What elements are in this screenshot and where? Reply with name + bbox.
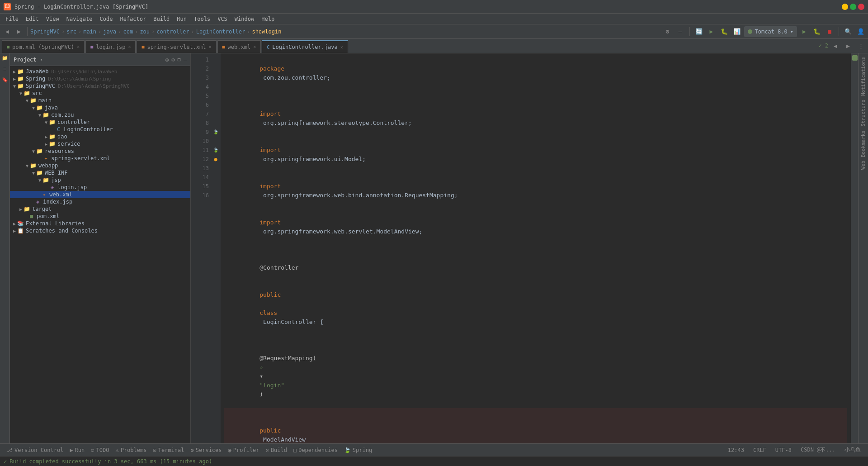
status-todo[interactable]: ☑ TODO <box>88 445 112 455</box>
menu-edit[interactable]: Edit <box>22 15 42 23</box>
tab-close-login-controller[interactable]: × <box>340 45 343 50</box>
tree-pom-xml[interactable]: ■ pom.xml <box>10 213 190 220</box>
panel-structure[interactable]: Structure <box>860 100 866 127</box>
tree-resources[interactable]: ▼ 📁 resources <box>10 147 190 155</box>
panel-notifications[interactable]: Notifications <box>860 57 866 96</box>
toolbar-back[interactable]: ◀ <box>2 26 13 37</box>
tab-spring-servlet[interactable]: ■ spring-servlet.xml × <box>137 40 216 53</box>
error-indicator-ok[interactable] <box>852 55 858 61</box>
tree-scratches[interactable]: ▶ 📋 Scratches and Consoles <box>10 227 190 234</box>
menu-file[interactable]: File <box>2 15 22 23</box>
status-encoding[interactable]: UTF-8 <box>772 447 795 453</box>
menu-vcs[interactable]: VCS <box>214 15 231 23</box>
menu-navigate[interactable]: Navigate <box>63 15 96 23</box>
panel-web[interactable]: Web <box>860 161 866 170</box>
tree-index-jsp[interactable]: ◈ index.jsp <box>10 198 190 205</box>
left-strip-bookmark[interactable]: 🔖 <box>1 77 9 84</box>
tab-login-jsp[interactable]: ■ login.jsp × <box>85 40 136 53</box>
tab-close-pom[interactable]: × <box>77 44 80 49</box>
tree-src[interactable]: ▼ 📁 src <box>10 90 190 97</box>
toolbar-forward[interactable]: ▶ <box>14 26 24 37</box>
tab-web-xml[interactable]: ■ web.xml × <box>217 40 261 53</box>
tree-service[interactable]: ▶ 📁 service <box>10 140 190 147</box>
menu-tools[interactable]: Tools <box>190 15 214 23</box>
toolbar-collapse[interactable]: — <box>675 26 686 37</box>
code-editor[interactable]: package com.zou.controller; import org.s… <box>221 53 851 443</box>
tab-pom-xml[interactable]: ■ pom.xml (SpringMVC) × <box>2 40 85 53</box>
breadcrumb-showlogin[interactable]: showlogin <box>252 29 281 35</box>
panel-bookmarks[interactable]: Bookmarks <box>860 130 866 157</box>
tab-close-login[interactable]: × <box>128 44 131 49</box>
toolbar-search[interactable]: 🔍 <box>843 26 854 37</box>
close-button[interactable] <box>858 4 864 10</box>
status-crlf[interactable]: CRLF <box>750 447 770 453</box>
menu-build[interactable]: Build <box>150 15 173 23</box>
tree-java[interactable]: ▼ 📁 java <box>10 104 190 111</box>
status-profiler[interactable]: ◉ Profiler <box>226 445 262 455</box>
tree-com-zou[interactable]: ▼ 📁 com.zou <box>10 111 190 119</box>
status-line-col[interactable]: 12:43 <box>724 447 748 453</box>
maximize-button[interactable] <box>850 4 856 10</box>
breadcrumb-main[interactable]: main <box>83 29 96 35</box>
minimize-button[interactable] <box>842 4 848 10</box>
status-problems[interactable]: ⚠ Problems <box>113 445 149 455</box>
tab-close-web-xml[interactable]: × <box>253 44 256 49</box>
tree-webapp[interactable]: ▼ 📁 webapp <box>10 162 190 169</box>
tree-web-xml[interactable]: ✦ web.xml <box>10 191 190 198</box>
tree-webinf[interactable]: ▼ 📁 WEB-INF <box>10 169 190 176</box>
status-build[interactable]: ⚒ Build <box>263 445 290 455</box>
tree-dao[interactable]: ▶ 📁 dao <box>10 133 190 140</box>
left-strip-structure[interactable]: ≡ <box>1 66 9 73</box>
menu-help[interactable]: Help <box>258 15 278 23</box>
breadcrumb-zou[interactable]: zou <box>140 29 150 35</box>
tree-external-libs[interactable]: ▶ 📚 External Libraries <box>10 220 190 227</box>
tab-scroll-left[interactable]: ◀ <box>830 40 841 51</box>
breadcrumb-com[interactable]: com <box>123 29 133 35</box>
panel-icon-gear[interactable]: ⚙ <box>171 57 175 63</box>
toolbar-coverage[interactable]: 📊 <box>731 26 742 37</box>
toolbar-stop-btn[interactable]: ■ <box>824 26 835 37</box>
tree-main[interactable]: ▼ 📁 main <box>10 97 190 104</box>
menu-view[interactable]: View <box>42 15 63 23</box>
tab-menu[interactable]: ⋮ <box>855 40 866 51</box>
tree-spring-servlet[interactable]: ✦ spring-servlet.xml <box>10 155 190 162</box>
tree-jsp-folder[interactable]: ▼ 📁 jsp <box>10 176 190 184</box>
tab-login-controller[interactable]: C LoginController.java × <box>262 40 348 53</box>
menu-run[interactable]: Run <box>173 15 190 23</box>
toolbar-sync[interactable]: 🔄 <box>693 26 704 37</box>
tree-spring[interactable]: ▶ 📁 Spring D:\Users\Admin\Spring <box>10 75 190 82</box>
tree-controller[interactable]: ▼ 📁 controller <box>10 119 190 126</box>
breadcrumb-controller[interactable]: controller <box>156 29 189 35</box>
status-spring[interactable]: 🍃 Spring <box>341 445 375 455</box>
status-run[interactable]: ▶ Run <box>67 445 87 455</box>
status-terminal[interactable]: ⊡ Terminal <box>150 445 187 455</box>
breadcrumb-logincontroller[interactable]: LoginController <box>196 29 245 35</box>
tree-springmvc[interactable]: ▼ 📁 SpringMVC D:\Users\Admin\SpringMVC <box>10 82 190 90</box>
toolbar-settings[interactable]: ⚙ <box>662 26 673 37</box>
left-strip-project[interactable]: 📁 <box>1 55 9 62</box>
tree-javaWeb[interactable]: ▶ 📁 JavaWeb D:\Users\Admin\JavaWeb <box>10 68 190 75</box>
breadcrumb-src[interactable]: src <box>66 29 76 35</box>
run-configuration[interactable]: Tomcat 8.0 ▾ <box>744 26 797 37</box>
panel-icon-locate[interactable]: ◎ <box>165 57 169 63</box>
tree-login-jsp[interactable]: ◈ login.jsp <box>10 184 190 191</box>
tree-target[interactable]: ▶ 📁 target <box>10 205 190 213</box>
toolbar-build-green[interactable]: ▶ <box>706 26 717 37</box>
status-dependencies[interactable]: ◫ Dependencies <box>291 445 340 455</box>
toolbar-user[interactable]: 👤 <box>855 26 866 37</box>
breadcrumb-java[interactable]: java <box>103 29 116 35</box>
tab-close-spring-servlet[interactable]: × <box>209 44 212 49</box>
toolbar-debug-btn[interactable]: 🐛 <box>811 26 822 37</box>
menu-refactor[interactable]: Refactor <box>116 15 150 23</box>
toolbar-run-btn[interactable]: ▶ <box>799 26 810 37</box>
panel-icon-minimize[interactable]: — <box>184 57 187 63</box>
panel-icon-collapse-all[interactable]: ⊟ <box>178 57 181 63</box>
menu-window[interactable]: Window <box>231 15 258 23</box>
breadcrumb-springmvc[interactable]: SpringMVC <box>30 29 60 35</box>
status-services[interactable]: ⚙ Services <box>188 445 225 455</box>
toolbar-debug[interactable]: 🐛 <box>719 26 730 37</box>
menu-code[interactable]: Code <box>96 15 117 23</box>
tree-logincontroller[interactable]: C LoginController <box>10 126 190 133</box>
status-version-control[interactable]: ⎇ Version Control <box>4 445 66 455</box>
tab-scroll-right[interactable]: ▶ <box>843 40 854 51</box>
